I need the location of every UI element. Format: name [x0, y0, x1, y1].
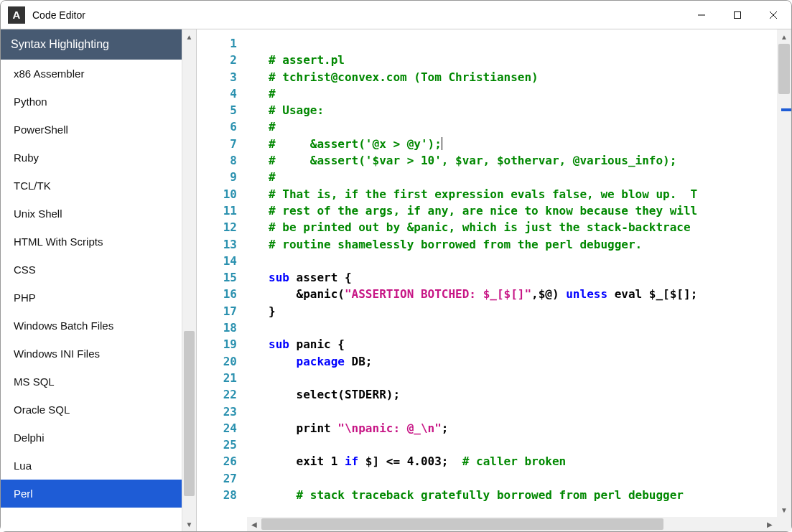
code-token: print — [269, 421, 337, 435]
code-line: select(STDERR); — [269, 388, 400, 401]
sidebar-item-delphi[interactable]: Delphi — [1, 424, 182, 452]
sidebar-item-perl[interactable]: Perl — [1, 480, 182, 508]
code-line: # Usage: — [269, 103, 324, 117]
code-token-string: "ASSERTION BOTCHED: $_[$[]" — [345, 287, 531, 301]
code-token-string: "\npanic: @_\n" — [337, 421, 442, 435]
editor: 1 2 3 4 5 6 7 8 9 10 11 12 13 14 15 16 1… — [197, 29, 791, 531]
editor-scroll-wrap: 1 2 3 4 5 6 7 8 9 10 11 12 13 14 15 16 1… — [197, 29, 791, 517]
code-line: # &assert('@x > @y'); — [269, 137, 442, 151]
code-line: # rest of the args, if any, are nice to … — [269, 204, 697, 218]
line-number-gutter: 1 2 3 4 5 6 7 8 9 10 11 12 13 14 15 16 1… — [197, 29, 247, 517]
sidebar-item-tcl-tk[interactable]: TCL/TK — [1, 172, 182, 200]
code-line: # be printed out by &panic, which is jus… — [269, 220, 697, 234]
code-token: $] <= 4.003; — [358, 454, 462, 468]
code-line: # — [269, 170, 276, 184]
sidebar-item-powershell[interactable]: PowerShell — [1, 116, 182, 144]
code-token: exit 1 — [269, 454, 345, 468]
sidebar-scrollbar[interactable]: ▲ ▼ — [182, 29, 196, 531]
scroll-track[interactable] — [182, 44, 196, 517]
app-icon: A — [8, 6, 25, 24]
sidebar-item-ms-sql[interactable]: MS SQL — [1, 368, 182, 396]
sidebar-item-windows-ini-files[interactable]: Windows INI Files — [1, 340, 182, 368]
sidebar-item-php[interactable]: PHP — [1, 284, 182, 312]
scroll-left-icon[interactable]: ◀ — [247, 517, 261, 531]
sidebar-item-ruby[interactable]: Ruby — [1, 144, 182, 172]
sidebar: Syntax Highlighting x86 AssemblerPythonP… — [1, 29, 182, 531]
code-line: # assert.pl — [269, 53, 345, 67]
sidebar-item-x86-assembler[interactable]: x86 Assembler — [1, 60, 182, 88]
code-line: # &assert('$var > 10', $var, $othervar, … — [269, 154, 676, 167]
titlebar: A Code Editor — [1, 1, 791, 29]
scroll-thumb[interactable] — [778, 44, 790, 94]
code-token: ,$@) — [531, 287, 566, 301]
close-button[interactable] — [755, 1, 791, 29]
code-token-keyword: unless — [566, 287, 607, 301]
sidebar-list[interactable]: x86 AssemblerPythonPowerShellRubyTCL/TKU… — [1, 60, 182, 531]
scroll-down-icon[interactable]: ▼ — [182, 517, 196, 531]
scroll-spacer — [197, 517, 247, 531]
minimize-button[interactable] — [684, 1, 719, 29]
code-line: # — [269, 120, 276, 134]
scroll-right-icon[interactable]: ▶ — [763, 517, 777, 531]
sidebar-item-oracle-sql[interactable]: Oracle SQL — [1, 396, 182, 424]
sidebar-item-python[interactable]: Python — [1, 88, 182, 116]
window-controls — [684, 1, 791, 29]
scroll-thumb[interactable] — [261, 518, 663, 530]
sidebar-wrap: Syntax Highlighting x86 AssemblerPythonP… — [1, 29, 197, 531]
sidebar-item-html-with-scripts[interactable]: HTML With Scripts — [1, 228, 182, 256]
sidebar-item-windows-batch-files[interactable]: Windows Batch Files — [1, 312, 182, 340]
text-caret — [442, 137, 442, 150]
app-window: A Code Editor Syntax Highlighting x86 As… — [0, 0, 792, 532]
code-token-keyword: sub — [269, 271, 289, 284]
code-line: # routine shamelessly borrowed from the … — [269, 238, 642, 251]
scroll-up-icon[interactable]: ▲ — [777, 29, 791, 44]
code-token-comment: # caller broken — [462, 454, 567, 468]
scroll-up-icon[interactable]: ▲ — [182, 29, 196, 44]
code-token: ; — [442, 421, 449, 435]
scroll-track[interactable] — [777, 44, 791, 503]
code-token: panic { — [289, 337, 345, 351]
scroll-corner — [777, 517, 791, 531]
code-token: assert { — [289, 271, 352, 284]
maximize-button[interactable] — [719, 1, 755, 29]
window-title: Code Editor — [32, 9, 85, 21]
code-token: DB; — [345, 355, 373, 368]
edit-marker — [781, 108, 791, 111]
code-token-keyword: if — [345, 454, 358, 468]
editor-horizontal-scrollbar[interactable]: ◀ ▶ — [197, 517, 791, 531]
sidebar-item-unix-shell[interactable]: Unix Shell — [1, 200, 182, 228]
code-token-keyword: package — [269, 355, 345, 368]
code-line: # stack traceback gratefully borrowed fr… — [269, 488, 684, 502]
code-content[interactable]: # assert.pl # tchrist@convex.com (Tom Ch… — [247, 29, 777, 517]
code-token: eval $_[$[]; — [607, 287, 697, 301]
code-line: } — [269, 304, 276, 318]
code-token: &panic( — [269, 287, 345, 301]
scroll-down-icon[interactable]: ▼ — [777, 503, 791, 517]
body: Syntax Highlighting x86 AssemblerPythonP… — [1, 29, 791, 531]
code-token-keyword: sub — [269, 337, 289, 351]
sidebar-item-css[interactable]: CSS — [1, 256, 182, 284]
code-line: # — [269, 87, 276, 101]
svg-rect-1 — [735, 11, 741, 18]
sidebar-item-lua[interactable]: Lua — [1, 452, 182, 480]
scroll-thumb[interactable] — [184, 331, 195, 496]
sidebar-header: Syntax Highlighting — [1, 29, 182, 60]
code-line: # That is, if the first expression evals… — [269, 187, 697, 201]
scroll-track[interactable] — [261, 517, 763, 531]
code-line: # tchrist@convex.com (Tom Christiansen) — [269, 70, 539, 84]
editor-vertical-scrollbar[interactable]: ▲ ▼ — [777, 29, 791, 517]
